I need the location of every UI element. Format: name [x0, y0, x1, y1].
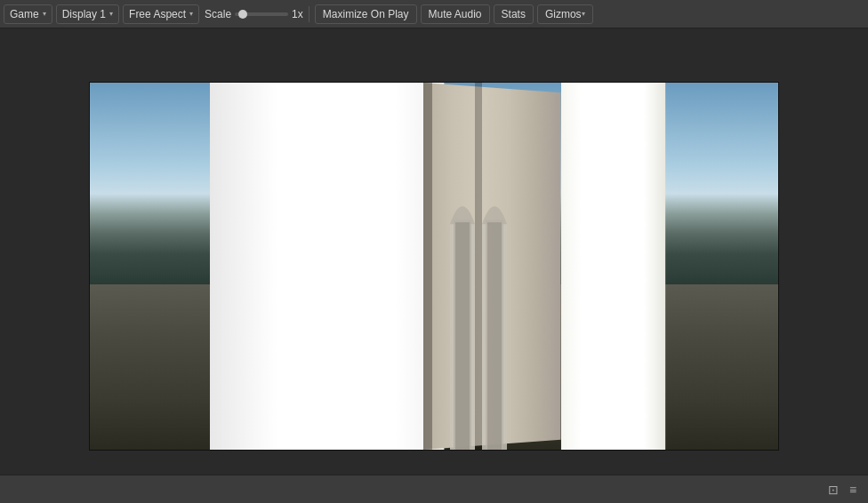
display-label: Display 1: [62, 8, 106, 20]
game-label: Game: [10, 8, 39, 20]
svg-rect-3: [475, 83, 482, 450]
main-area: ⊡ ≡: [0, 28, 868, 503]
aspect-dropdown[interactable]: Free Aspect ▾: [123, 4, 199, 24]
display-chevron: ▾: [109, 10, 113, 18]
game-toolbar: Game ▾ Display 1 ▾ Free Aspect ▾ Scale 1…: [0, 0, 868, 28]
stats-label: Stats: [502, 8, 526, 20]
gizmos-label: Gizmos: [545, 8, 582, 20]
arch-overlay: [423, 83, 570, 450]
gizmos-chevron: ▾: [582, 10, 585, 18]
gizmos-dropdown[interactable]: Gizmos ▾: [537, 4, 593, 24]
maximize-on-play-button[interactable]: Maximize On Play: [315, 4, 417, 24]
scale-group: Scale 1x: [205, 8, 303, 20]
bottom-icon-1[interactable]: ⊡: [825, 482, 841, 498]
aspect-label: Free Aspect: [129, 8, 186, 20]
separator-1: [309, 6, 309, 22]
white-panel-left: [210, 82, 444, 451]
scale-label: Scale: [205, 8, 231, 20]
svg-rect-7: [487, 222, 502, 450]
bottom-bar: ⊡ ≡: [0, 475, 868, 503]
game-dropdown[interactable]: Game ▾: [4, 4, 52, 24]
scale-value: 1x: [292, 8, 303, 20]
mute-audio-button[interactable]: Mute Audio: [421, 4, 490, 24]
aspect-chevron: ▾: [189, 10, 193, 18]
scale-slider-thumb: [238, 10, 247, 19]
mute-label: Mute Audio: [429, 8, 482, 20]
white-panel-right: [561, 82, 665, 451]
bottom-icon-2[interactable]: ≡: [845, 482, 861, 498]
game-chevron: ▾: [43, 10, 46, 18]
display-dropdown[interactable]: Display 1 ▾: [56, 4, 119, 24]
scale-slider[interactable]: [235, 12, 288, 16]
stats-button[interactable]: Stats: [494, 4, 534, 24]
game-viewport: [89, 82, 779, 451]
svg-rect-6: [455, 222, 470, 450]
svg-rect-0: [423, 83, 432, 450]
maximize-label: Maximize On Play: [323, 8, 409, 20]
